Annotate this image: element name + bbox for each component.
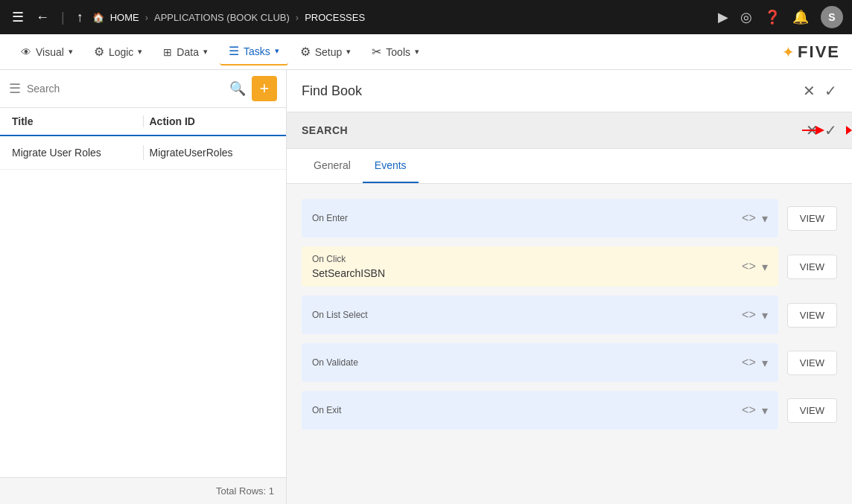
- breadcrumb-home[interactable]: HOME: [110, 12, 139, 23]
- notification-icon[interactable]: 🔔: [792, 9, 809, 25]
- panel-check-icon[interactable]: ✓: [824, 82, 837, 100]
- events-content: On Enter <> ▾ VIEW On Click SetSearchISB…: [287, 184, 852, 504]
- user-avatar[interactable]: S: [821, 6, 843, 28]
- event-value-on-click: SetSearchISBN: [312, 267, 742, 279]
- data-icon: ⊞: [163, 46, 172, 58]
- total-rows: Total Rows: 1: [216, 485, 274, 497]
- event-row-on-list-select: On List Select <> ▾ VIEW: [302, 296, 837, 334]
- up-icon[interactable]: ↑: [74, 7, 86, 28]
- breadcrumb-app[interactable]: APPLICATIONS (BOOK CLUB): [154, 12, 290, 23]
- separator-icon: |: [58, 7, 68, 28]
- section-check-icon[interactable]: ✓: [824, 121, 837, 139]
- setup-chevron: ▾: [346, 47, 351, 57]
- view-button-on-validate[interactable]: VIEW: [787, 351, 837, 375]
- event-field-content-on-enter: On Enter: [312, 213, 742, 223]
- tools-chevron: ▾: [415, 47, 419, 57]
- add-button[interactable]: +: [252, 76, 277, 101]
- event-label-on-click: On Click: [312, 254, 742, 264]
- search-history-icon[interactable]: ◎: [740, 9, 752, 25]
- filter-icon[interactable]: ☰: [9, 80, 21, 97]
- eye-icon: 👁: [21, 46, 31, 58]
- back-icon[interactable]: ←: [33, 7, 52, 28]
- event-field-icons-on-list-select: <> ▾: [742, 308, 768, 322]
- event-row-on-validate: On Validate <> ▾ VIEW: [302, 343, 837, 382]
- code-icon-on-enter[interactable]: <>: [742, 211, 756, 225]
- panel-title: Find Book: [302, 83, 362, 99]
- section-header: SEARCH ✕ ✓: [287, 112, 852, 149]
- breadcrumb-sep1: ›: [145, 12, 148, 23]
- event-field-content-on-list-select: On List Select: [312, 310, 742, 320]
- view-button-on-exit[interactable]: VIEW: [787, 398, 837, 423]
- event-field-on-list-select[interactable]: On List Select <> ▾: [302, 296, 778, 334]
- panel-header-actions: ✕ ✓: [803, 82, 837, 100]
- logic-icon: ⚙: [94, 45, 104, 59]
- tools-icon: ✂: [372, 45, 381, 59]
- event-field-icons-on-click: <> ▾: [742, 260, 768, 274]
- breadcrumb-processes[interactable]: PROCESSES: [305, 12, 365, 23]
- secondary-nav: 👁 Visual ▾ ⚙ Logic ▾ ⊞ Data ▾ ☰ Tasks ▾ …: [0, 34, 852, 70]
- tabs: General Events: [287, 149, 852, 184]
- nav-logic[interactable]: ⚙ Logic ▾: [85, 39, 151, 65]
- tasks-chevron: ▾: [275, 46, 279, 56]
- table-row[interactable]: Migrate User Roles MigrateUserRoles: [0, 136, 286, 170]
- nav-setup[interactable]: ⚙ Setup ▾: [291, 39, 360, 65]
- chevron-down-icon-on-validate[interactable]: ▾: [762, 356, 768, 370]
- view-button-on-enter[interactable]: VIEW: [787, 206, 837, 231]
- event-label-on-validate: On Validate: [312, 357, 742, 368]
- row-title: Migrate User Roles: [12, 147, 137, 159]
- event-field-content-on-exit: On Exit: [312, 405, 742, 415]
- nav-data[interactable]: ⊞ Data ▾: [154, 40, 217, 64]
- logic-chevron: ▾: [138, 47, 142, 57]
- row-divider: [143, 145, 144, 160]
- play-icon[interactable]: ▶: [718, 9, 728, 25]
- menu-icon[interactable]: ☰: [9, 6, 27, 28]
- search-input[interactable]: [27, 83, 223, 95]
- left-panel: ☰ 🔍 + Title Action ID Migrate User Roles…: [0, 70, 287, 504]
- nav-tools[interactable]: ✂ Tools ▾: [363, 39, 428, 65]
- chevron-down-icon-on-click[interactable]: ▾: [762, 260, 768, 274]
- event-field-on-click[interactable]: On Click SetSearchISBN <> ▾: [302, 246, 778, 287]
- panel-header: Find Book ✕ ✓: [287, 70, 852, 112]
- nav-visual[interactable]: 👁 Visual ▾: [12, 40, 82, 64]
- table-body: Migrate User Roles MigrateUserRoles: [0, 136, 286, 477]
- event-row-on-enter: On Enter <> ▾ VIEW: [302, 199, 837, 237]
- code-icon-on-list-select[interactable]: <>: [742, 308, 756, 322]
- five-star-icon: ✦: [782, 43, 795, 61]
- event-field-icons-on-exit: <> ▾: [742, 403, 768, 418]
- view-button-on-click[interactable]: VIEW: [787, 255, 837, 279]
- chevron-down-icon-on-exit[interactable]: ▾: [762, 403, 768, 418]
- search-bar: ☰ 🔍 +: [0, 70, 286, 108]
- event-field-on-exit[interactable]: On Exit <> ▾: [302, 391, 778, 430]
- event-field-icons-on-enter: <> ▾: [742, 211, 768, 226]
- event-field-on-validate[interactable]: On Validate <> ▾: [302, 343, 778, 382]
- event-field-icons-on-validate: <> ▾: [742, 356, 768, 370]
- five-logo-text: FIVE: [798, 42, 840, 62]
- row-action: MigrateUserRoles: [150, 147, 275, 159]
- col-divider: [143, 115, 144, 127]
- code-icon-on-exit[interactable]: <>: [742, 403, 756, 417]
- tasks-icon: ☰: [229, 44, 239, 58]
- chevron-down-icon-on-list-select[interactable]: ▾: [762, 308, 768, 322]
- main-layout: ☰ 🔍 + Title Action ID Migrate User Roles…: [0, 70, 852, 504]
- code-icon-on-click[interactable]: <>: [742, 260, 756, 273]
- section-title: SEARCH: [302, 124, 348, 136]
- event-field-on-enter[interactable]: On Enter <> ▾: [302, 199, 778, 237]
- help-icon[interactable]: ❓: [764, 9, 781, 25]
- col-title-header: Title: [12, 115, 137, 127]
- event-field-content-on-validate: On Validate: [312, 357, 742, 368]
- top-nav: ☰ ← | ↑ 🏠 HOME › APPLICATIONS (BOOK CLUB…: [0, 0, 852, 34]
- view-button-on-list-select[interactable]: VIEW: [787, 303, 837, 328]
- right-panel: Find Book ✕ ✓ SEARCH ✕ ✓: [287, 70, 852, 504]
- code-icon-on-validate[interactable]: <>: [742, 356, 756, 369]
- tab-general[interactable]: General: [302, 149, 363, 183]
- panel-close-icon[interactable]: ✕: [803, 82, 816, 100]
- event-label-on-exit: On Exit: [312, 405, 742, 415]
- table-footer: Total Rows: 1: [0, 477, 286, 504]
- section-actions: ✕ ✓: [806, 121, 837, 139]
- event-label-on-enter: On Enter: [312, 213, 742, 223]
- tab-events[interactable]: Events: [363, 149, 419, 183]
- chevron-down-icon-on-enter[interactable]: ▾: [762, 211, 768, 226]
- search-icon[interactable]: 🔍: [229, 80, 246, 97]
- breadcrumb: 🏠 HOME › APPLICATIONS (BOOK CLUB) › PROC…: [92, 12, 365, 23]
- nav-tasks[interactable]: ☰ Tasks ▾: [220, 38, 288, 66]
